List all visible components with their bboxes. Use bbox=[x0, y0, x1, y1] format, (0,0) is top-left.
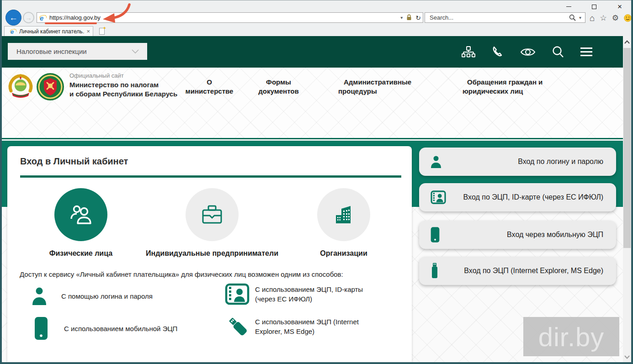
title-bar: × bbox=[2, 0, 631, 13]
category-individuals[interactable]: Физические лица bbox=[26, 188, 136, 258]
login-button-label[interactable]: Вход по логину и паролю bbox=[518, 158, 603, 166]
chevron-down-icon bbox=[132, 49, 139, 54]
address-dropdown-caret[interactable]: ▾ bbox=[400, 15, 403, 20]
title-underline bbox=[20, 175, 401, 178]
method-login-password: С помощью логина и пароля bbox=[31, 287, 153, 305]
tab-bar: e Личный кабинет платель... × ✦ bbox=[2, 26, 631, 36]
browser-window: × ← → e https://nalog.gov.by ▾ ↻ Searc bbox=[0, 0, 633, 364]
window-border bbox=[0, 0, 2, 364]
mobile-icon bbox=[34, 316, 64, 341]
briefcase-icon[interactable] bbox=[186, 188, 239, 241]
id-card-icon bbox=[430, 190, 448, 204]
method-label: С помощью логина и пароля bbox=[61, 291, 153, 301]
person-icon bbox=[31, 287, 61, 305]
close-button[interactable]: × bbox=[613, 1, 627, 12]
favorites-star-icon[interactable]: ☆ bbox=[600, 14, 606, 22]
id-card-icon bbox=[225, 283, 255, 305]
login-button-label[interactable]: Вход через мобильную ЭЦП bbox=[507, 231, 603, 239]
category-label[interactable]: Индивидуальные предприниматели bbox=[146, 249, 278, 258]
site-header: Официальный сайт Министерство по налогам… bbox=[2, 68, 631, 139]
nav-item-document-forms[interactable]: Формы документов bbox=[252, 78, 305, 96]
ministry-name: Министерство по налогам и сборам Республ… bbox=[69, 80, 177, 99]
back-button[interactable]: ← bbox=[5, 10, 21, 26]
feedback-smiley-icon[interactable] bbox=[624, 14, 632, 22]
search-dropdown-caret[interactable]: ▾ bbox=[579, 15, 581, 20]
belarus-coat-of-arms-logo bbox=[6, 73, 35, 101]
method-label: С использованием мобильной ЭЦП bbox=[64, 324, 177, 333]
access-description: Доступ к сервису «Личный кабинет платель… bbox=[20, 270, 385, 278]
login-button-ecp-ie-edge[interactable]: Вход по ЭЦП (Internet Explorer, MS Edge) bbox=[419, 257, 616, 285]
login-button-label[interactable]: Вход по ЭЦП (Internet Explorer, MS Edge) bbox=[464, 267, 603, 275]
new-tab-button[interactable]: ✦ bbox=[96, 27, 108, 36]
method-label: С использованием ЭЦП, ID-карты (через ЕС… bbox=[255, 285, 363, 304]
page-title: Вход в Личный кабинет bbox=[20, 156, 128, 167]
address-bar[interactable]: e https://nalog.gov.by ▾ ↻ bbox=[37, 12, 423, 23]
scrollbar-thumb[interactable] bbox=[623, 48, 631, 248]
login-button-password[interactable]: Вход по логину и паролю bbox=[419, 148, 616, 176]
scroll-down-icon[interactable] bbox=[623, 353, 631, 361]
maximize-button[interactable] bbox=[587, 1, 601, 12]
person-icon bbox=[430, 155, 448, 168]
login-card: Вход в Личный кабинет Физические лица bbox=[7, 146, 412, 362]
navigation-bar: ← → e https://nalog.gov.by ▾ ↻ Search... bbox=[2, 13, 631, 26]
settings-gear-icon[interactable]: ⚙ bbox=[612, 14, 619, 22]
scroll-up-icon[interactable] bbox=[623, 38, 631, 46]
refresh-button[interactable]: ↻ bbox=[415, 14, 421, 21]
search-icon[interactable] bbox=[552, 46, 564, 58]
category-label[interactable]: Организации bbox=[320, 249, 367, 258]
phone-icon[interactable] bbox=[492, 46, 504, 58]
login-button-label[interactable]: Вход по ЭЦП, ID-карте (через ЕС ИФЮЛ) bbox=[463, 193, 603, 201]
window-border bbox=[0, 362, 633, 364]
annotation-arrow-icon bbox=[99, 3, 132, 24]
menu-icon[interactable] bbox=[580, 47, 592, 56]
category-organizations[interactable]: Организации bbox=[289, 188, 399, 258]
url-text[interactable]: https://nalog.gov.by bbox=[49, 14, 101, 21]
category-label[interactable]: Физические лица bbox=[49, 249, 112, 258]
sitemap-icon[interactable] bbox=[462, 46, 475, 58]
category-entrepreneurs[interactable]: Индивидуальные предприниматели bbox=[157, 188, 267, 258]
ie-icon: e bbox=[40, 14, 47, 21]
eye-icon[interactable] bbox=[520, 47, 536, 58]
usb-icon bbox=[430, 262, 448, 280]
method-mobile-ecp: С использованием мобильной ЭЦП bbox=[34, 316, 177, 341]
login-button-mobile-ecp[interactable]: Вход через мобильную ЭЦП bbox=[419, 221, 616, 249]
lock-icon bbox=[406, 14, 412, 21]
ministry-emblem-logo bbox=[36, 73, 64, 101]
window-border bbox=[631, 0, 633, 364]
watermark: dir.by bbox=[523, 317, 619, 356]
method-ecp-ie-edge: С использованием ЭЦП (Internet Explorer,… bbox=[225, 314, 359, 339]
buildings-icon[interactable] bbox=[317, 188, 370, 241]
annotation-underline bbox=[45, 22, 97, 24]
official-site-caption: Официальный сайт bbox=[69, 72, 124, 79]
nav-item-about-ministry[interactable]: О министерстве bbox=[182, 78, 237, 96]
login-button-ecp-id[interactable]: Вход по ЭЦП, ID-карте (через ЕС ИФЮЛ) bbox=[419, 183, 616, 211]
site-top-bar: Налоговые инспекции bbox=[2, 36, 631, 68]
page-content: Налоговые инспекции bbox=[2, 36, 631, 362]
tab-title: Личный кабинет платель... bbox=[19, 28, 85, 35]
mobile-icon bbox=[430, 227, 448, 243]
usb-icon bbox=[225, 314, 255, 339]
tab-active[interactable]: e Личный кабинет платель... × bbox=[4, 26, 93, 36]
home-icon[interactable]: ⌂ bbox=[590, 14, 595, 22]
method-label: С использованием ЭЦП (Internet Explorer,… bbox=[255, 317, 359, 336]
search-icon[interactable] bbox=[569, 14, 576, 21]
tab-close-icon[interactable]: × bbox=[86, 28, 90, 35]
search-input[interactable]: Search... bbox=[430, 14, 569, 21]
inspections-dropdown[interactable]: Налоговые инспекции bbox=[8, 43, 147, 60]
nav-item-citizen-appeals[interactable]: Обращения граждан и юридических лиц bbox=[463, 78, 577, 96]
minimize-button[interactable] bbox=[562, 1, 575, 12]
people-icon[interactable] bbox=[54, 188, 107, 241]
search-box[interactable]: Search... ▾ bbox=[425, 12, 585, 23]
method-ecp-id-card: С использованием ЭЦП, ID-карты (через ЕС… bbox=[225, 283, 363, 305]
nav-item-administrative-procedures[interactable]: Административные процедуры bbox=[338, 78, 420, 96]
page-scrollbar[interactable] bbox=[623, 36, 631, 362]
new-tab-page-icon: ✦ bbox=[99, 28, 105, 35]
window-border bbox=[0, 0, 633, 0]
tab-favicon-ie-icon: e bbox=[11, 28, 17, 35]
forward-button[interactable]: → bbox=[23, 12, 34, 23]
inspections-dropdown-label: Налоговые инспекции bbox=[16, 47, 132, 55]
